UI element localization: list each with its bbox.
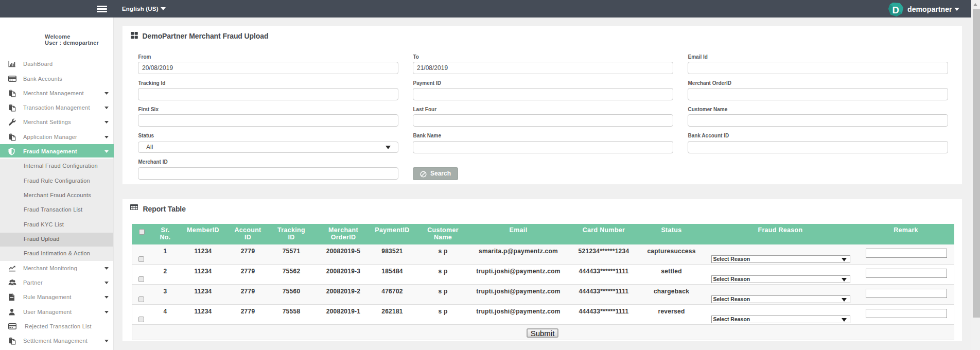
svg-text:D: D [892,5,899,15]
